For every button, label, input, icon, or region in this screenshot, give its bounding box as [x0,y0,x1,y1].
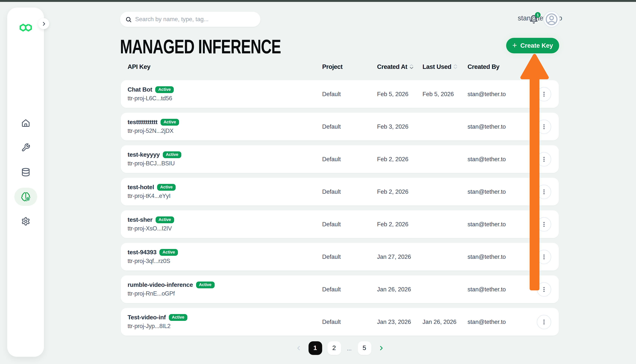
cell-project: Default [322,156,377,162]
cell-project: Default [322,221,377,228]
sidebar-item-data[interactable] [14,163,37,181]
user-circle-icon [545,13,558,26]
row-actions-button[interactable] [537,152,551,166]
cell-created-by: stan@tether.to [467,318,537,325]
page-button-5[interactable]: 5 [358,341,371,355]
cell-project: Default [322,253,377,260]
cell-project: Default [322,286,377,293]
table-row: testttttttttttActive ttr-proj-52N...2jDX… [121,113,559,140]
brain-gear-icon [21,192,31,202]
table-row: test-94393Active ttr-proj-3qf...rz0S Def… [121,243,559,270]
page-title: MANAGED INFERENCE [120,37,281,56]
page-ellipsis: ... [346,345,352,351]
row-actions-button[interactable] [537,120,551,134]
kebab-menu-icon [541,286,547,293]
wrench-icon [21,143,30,152]
cell-created-at: Feb 2, 2026 [377,156,422,162]
cell-last-used: Jan 26, 2026 [422,318,467,325]
api-key-id: ttr-proj-3qf...rz0S [128,258,322,264]
api-key-id: ttr-proj-52N...2jDX [128,128,322,134]
database-icon [21,168,30,177]
cell-created-by: stan@tether.to [467,286,537,293]
cell-project: Default [322,318,377,325]
notifications-button[interactable]: 1 [528,14,539,25]
table-row: Test-video-infActive ttr-proj-Jyp...8IL2… [121,308,559,336]
status-badge: Active [196,282,215,288]
search-bar [120,12,260,27]
status-badge: Active [163,151,181,158]
avatar[interactable] [543,11,560,28]
sidebar-item-settings[interactable] [14,212,37,230]
table-row: rumble-video-inferenceActive ttr-proj-Rn… [121,276,559,303]
column-project: Project [322,63,377,70]
kebab-menu-icon [541,90,547,98]
kebab-menu-icon [541,188,547,195]
cell-created-by: stan@tether.to [467,221,537,228]
table-row: test-hotelActive ttr-proj-tK4...eYyI Def… [121,178,559,206]
create-key-button[interactable]: + Create Key [506,38,559,53]
sidebar [7,8,44,357]
search-icon [125,16,132,22]
row-actions-button[interactable] [537,314,551,329]
table-row: Chat BotActive ttr-proj-L6C...td56 Defau… [121,80,559,108]
kebab-menu-icon [541,253,547,260]
cell-created-at: Jan 27, 2026 [377,253,422,260]
status-badge: Active [157,184,176,191]
table-row: test-sherActive ttr-proj-XsO...I2IV Defa… [121,210,559,238]
sort-icon-created-at [410,64,413,69]
api-key-id: ttr-proj-Jyp...8IL2 [128,323,322,330]
cell-created-by: stan@tether.to [467,188,537,195]
row-actions-button[interactable] [537,217,551,232]
api-key-id: ttr-proj-L6C...td56 [128,95,322,102]
api-key-name: rumble-video-inference [128,282,193,288]
sidebar-item-tools[interactable] [14,138,37,157]
api-key-id: ttr-proj-RnE...oGPf [128,290,322,297]
pagination: 1 2 ... 5 [121,341,559,355]
cell-project: Default [322,123,377,130]
kebab-menu-icon [541,156,547,162]
row-actions-button[interactable] [537,184,551,199]
api-key-id: ttr-proj-BCJ...BSIU [128,160,322,167]
previous-page-button[interactable] [294,344,303,353]
sort-icon-last-used [453,64,457,69]
status-badge: Active [161,119,179,126]
page-button-1[interactable]: 1 [308,341,322,355]
cell-project: Default [322,188,377,195]
column-last-used[interactable]: Last Used [422,63,467,70]
column-created-at[interactable]: Created At [377,63,422,70]
cell-created-at: Feb 3, 2026 [377,123,422,130]
kebab-menu-icon [541,123,547,130]
api-key-name: Chat Bot [128,86,152,93]
cell-created-at: Feb 2, 2026 [377,221,422,228]
chevron-right-icon [378,345,384,351]
cell-created-at: Feb 5, 2026 [377,90,422,98]
next-page-button[interactable] [376,344,386,353]
row-actions-button[interactable] [537,87,551,101]
api-key-name: test-keyyyy [128,151,160,158]
gear-icon [21,217,30,226]
row-actions-button[interactable] [537,250,551,264]
sidebar-item-home[interactable] [14,114,37,132]
sidebar-expand-button[interactable] [38,18,49,29]
home-icon [21,118,30,128]
cell-created-by: stan@tether.to [467,156,537,162]
api-key-name: test-94393 [128,249,157,256]
api-key-name: test-sher [128,216,153,223]
plus-icon: + [512,41,517,49]
api-key-name: Test-video-inf [128,314,166,321]
page-button-2[interactable]: 2 [327,341,341,355]
column-api-key: API Key [128,63,322,70]
cell-created-at: Jan 26, 2026 [377,286,422,293]
sidebar-item-managed-inference[interactable] [14,188,37,206]
row-actions-button[interactable] [537,282,551,296]
chevron-left-icon [295,345,302,351]
chevron-right-icon [41,21,46,26]
cell-created-at: Jan 23, 2026 [377,318,422,325]
api-key-id: ttr-proj-XsO...I2IV [128,225,322,232]
cell-created-at: Feb 2, 2026 [377,188,422,195]
cell-created-by: stan@tether.to [467,123,537,130]
search-input[interactable] [135,16,255,23]
table-header: API Key Project Created At Last Used Cre… [128,62,559,71]
top-window-bar [0,0,636,2]
column-created-by: Created By [467,63,537,70]
